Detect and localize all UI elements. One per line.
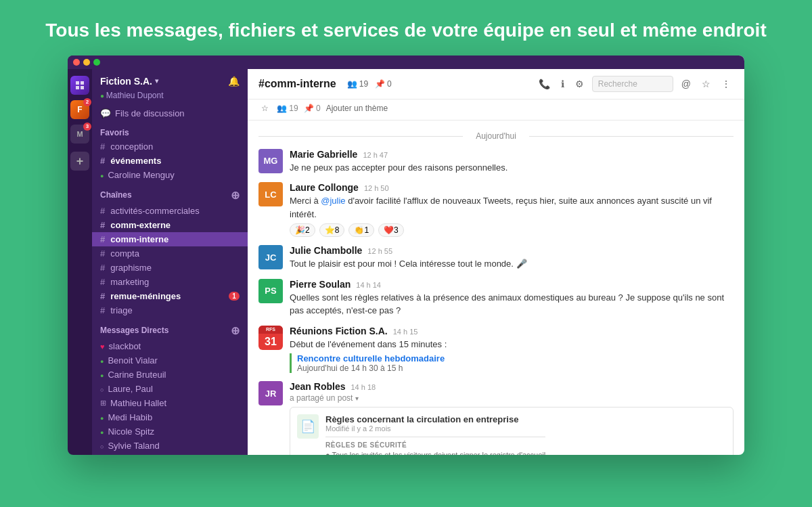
pins-count: 📌 0 — [375, 79, 392, 89]
channel-name: #comm-interne — [258, 78, 336, 90]
star-icon[interactable]: ☆ — [699, 77, 713, 91]
workspace-icon-1[interactable] — [70, 76, 89, 95]
post-meta: Modifié il y a 2 mois — [325, 424, 545, 433]
message-mg: MG Marie Gabrielle 12 h 47 Je ne peux pa… — [258, 149, 734, 175]
sidebar-item-comm-externe[interactable]: # comm-externe — [92, 218, 248, 232]
workspace-name[interactable]: Fiction S.A. ▾ — [100, 76, 158, 87]
shared-post[interactable]: 📄 Règles concernant la circulation en en… — [290, 407, 734, 455]
channel-star-icon[interactable]: ☆ — [258, 102, 271, 114]
more-icon[interactable]: ⋮ — [719, 77, 734, 91]
sidebar-dm-mathieu[interactable]: ⊞ Mathieu Hallet — [92, 396, 248, 410]
sidebar-dm-medi[interactable]: Medi Habib — [92, 410, 248, 424]
user-status: Mathieu Dupont — [92, 91, 248, 106]
timestamp: 12 h 47 — [363, 151, 388, 159]
avatar-lc: LC — [258, 182, 283, 206]
hash-icon: # — [100, 206, 105, 216]
reaction[interactable]: 👏1 — [348, 223, 374, 237]
hash-icon: # — [100, 234, 105, 244]
event-time: Aujourd'hui de 14 h 30 à 15 h — [297, 363, 734, 373]
reaction[interactable]: ⭐8 — [319, 223, 345, 237]
avatar-ps: PS — [258, 279, 283, 303]
sidebar-item-graphisme[interactable]: # graphisme — [92, 261, 248, 275]
sidebar-item-compta[interactable]: # compta — [92, 246, 248, 261]
sender-name: Jean Robles — [290, 381, 345, 392]
event-title: Rencontre culturelle hebdomadaire — [297, 353, 734, 363]
channels-section: Chaînes ⊕ — [92, 182, 248, 204]
phone-icon[interactable]: 📞 — [536, 77, 553, 91]
avatar-jc: JC — [258, 245, 283, 269]
status-dot — [100, 370, 104, 380]
workspace-icon-2[interactable]: F 2 — [70, 100, 89, 119]
sidebar-dm-sylvie[interactable]: Sylvie Taland — [92, 439, 248, 453]
sidebar-item-caroline[interactable]: Caroline Menguy — [92, 168, 248, 182]
avatar-jr: JR — [258, 381, 283, 405]
at-icon[interactable]: @ — [679, 77, 694, 91]
message-jr: JR Jean Robles 14 h 18 a partagé un post… — [258, 381, 734, 455]
message-text: Début de l'événement dans 15 minutes : — [290, 338, 734, 351]
sidebar-item-comm-interne[interactable]: # comm-interne — [92, 232, 248, 246]
sender-name: Julie Chambolle — [290, 245, 362, 256]
timestamp: 12 h 55 — [367, 247, 392, 255]
channel-pins-icon: 📌 0 — [304, 104, 321, 113]
hash-icon: # — [100, 220, 105, 230]
threads-icon: 💬 — [100, 108, 111, 118]
search-input[interactable]: Recherche — [592, 76, 673, 92]
message-text: Quelles sont les règles relatives à la p… — [290, 291, 734, 317]
reactions: 🎉2 ⭐8 👏1 ❤️3 — [290, 223, 734, 237]
sender-name: Marie Gabrielle — [290, 149, 357, 160]
members-count: 👥 19 — [347, 79, 368, 89]
sidebar-item-threads[interactable]: 💬 Fils de discussion — [92, 106, 248, 121]
hash-icon: # — [100, 141, 105, 152]
sidebar-dm-benoit[interactable]: Benoit Vialar — [92, 353, 248, 368]
notification-bell[interactable]: 🔔 — [228, 76, 240, 87]
message-text: Je ne peux pas accepter pour des raisons… — [290, 161, 734, 175]
sidebar-item-marketing[interactable]: # marketing — [92, 275, 248, 289]
message-text: Merci à @julie d'avoir facilité l'afflux… — [290, 194, 734, 221]
hash-icon: # — [100, 305, 105, 315]
event-card[interactable]: Rencontre culturelle hebdomadaire Aujour… — [290, 353, 734, 373]
sidebar-item-conception[interactable]: # conception — [92, 139, 248, 154]
add-theme-button[interactable]: Ajouter un thème — [326, 104, 388, 113]
sidebar-dm-laure[interactable]: Laure, Paul — [92, 382, 248, 396]
share-indicator: a partagé un post ▾ — [290, 393, 734, 403]
message-lc: LC Laure Collonge 12 h 50 Merci à @julie… — [258, 182, 734, 237]
status-dot — [100, 170, 104, 180]
reaction[interactable]: ❤️3 — [378, 223, 404, 237]
hash-icon: # — [100, 263, 105, 273]
hash-icon: # — [100, 156, 105, 166]
messages-area: Aujourd'hui MG Marie Gabrielle 12 h 47 J… — [248, 120, 744, 455]
gear-icon[interactable]: ⚙ — [572, 77, 587, 91]
close-btn[interactable] — [73, 59, 80, 66]
info-icon[interactable]: ℹ — [558, 77, 567, 91]
hash-icon: # — [100, 291, 105, 301]
add-workspace-button[interactable]: + — [70, 152, 89, 171]
headline: Tous les messages, fichiers et services … — [0, 0, 812, 56]
sidebar-dm-carine[interactable]: Carine Bruteuil — [92, 368, 248, 382]
status-dot — [100, 355, 104, 366]
favorites-section: Favoris — [92, 121, 248, 139]
add-dm-button[interactable]: ⊕ — [231, 324, 240, 337]
sidebar-item-triage[interactable]: # triage — [92, 303, 248, 317]
sender-name: Laure Collonge — [290, 182, 359, 193]
message-jc: JC Julie Chambolle 12 h 55 Tout le plais… — [258, 245, 734, 271]
message-ps: PS Pierre Soulan 14 h 14 Quelles sont le… — [258, 279, 734, 317]
post-icon: 📄 — [297, 414, 319, 439]
calendar-icon: RFS 31 — [258, 326, 283, 350]
avatar-mg: MG — [258, 149, 283, 173]
reaction[interactable]: 🎉2 — [290, 223, 315, 237]
maximize-btn[interactable] — [93, 59, 100, 66]
sidebar-item-remue[interactable]: # remue-méninges 1 — [92, 289, 248, 303]
minimize-btn[interactable] — [83, 59, 90, 66]
workspace-icon-3[interactable]: M 3 — [70, 125, 89, 144]
sidebar-item-activites[interactable]: # activités-commerciales — [92, 204, 248, 218]
dm-section: Messages Directs ⊕ — [92, 317, 248, 339]
sidebar-dm-slackbot[interactable]: slackbot — [92, 339, 248, 353]
channel-members-icon: 👥 19 — [277, 104, 298, 113]
add-channel-button[interactable]: ⊕ — [231, 189, 240, 202]
message-text: Tout le plaisir est pour moi ! Cela inté… — [290, 257, 734, 271]
channel-meta: 👥 19 📌 0 — [347, 79, 392, 89]
unread-badge: 1 — [229, 292, 240, 301]
sidebar-item-evenements[interactable]: # événements — [92, 154, 248, 168]
timestamp: 12 h 50 — [364, 184, 389, 192]
sidebar-dm-nicole[interactable]: Nicole Spitz — [92, 424, 248, 439]
